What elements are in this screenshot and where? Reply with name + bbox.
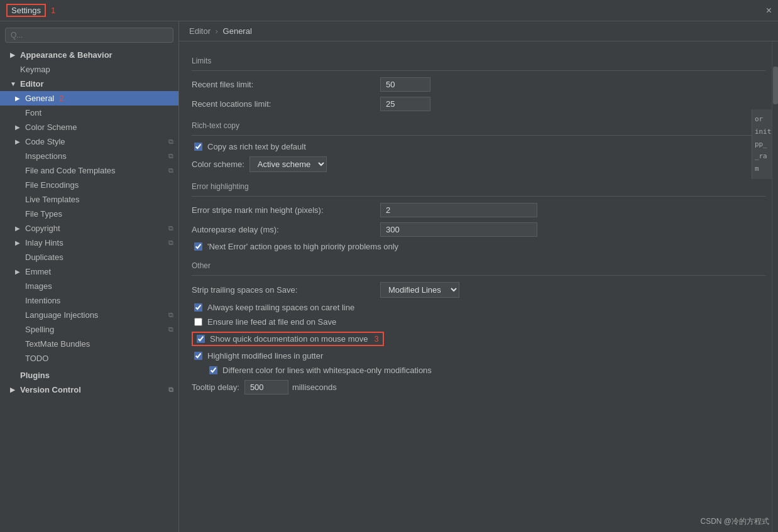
copy-icon: ⧉ <box>168 224 173 232</box>
ensure-line-feed-checkbox[interactable] <box>194 318 202 326</box>
sidebar-item-label: General <box>25 94 54 103</box>
color-scheme-row: Color scheme: Active scheme Default Darc… <box>192 156 765 172</box>
tooltip-delay-label: Tooltip delay: <box>192 383 239 392</box>
autoreparse-label: Autoreparse delay (ms): <box>192 225 380 234</box>
sidebar-item-todo[interactable]: TODO <box>0 351 178 366</box>
highlight-modified-row: Highlight modified lines in gutter <box>192 351 765 361</box>
sidebar-item-inspections[interactable]: Inspections ⧉ <box>0 149 178 163</box>
sidebar-item-plugins[interactable]: Plugins <box>0 368 178 383</box>
copy-icon: ⧉ <box>168 239 173 247</box>
sidebar-item-spelling[interactable]: Spelling ⧉ <box>0 322 178 337</box>
sidebar-item-label: Emmet <box>25 267 51 276</box>
stripe-mark-input[interactable] <box>380 203 537 217</box>
autoreparse-row: Autoreparse delay (ms): <box>192 222 765 237</box>
breadcrumb-separator: › <box>216 26 218 36</box>
annotation-2: 2 <box>59 94 63 103</box>
copy-rich-text-checkbox[interactable] <box>194 143 202 151</box>
annotation-3: 3 <box>374 334 378 344</box>
settings-dialog: Settings 1 × ▶ Appearance & Behavior Key… <box>0 0 778 532</box>
sidebar-item-label: Inlay Hints <box>25 238 63 247</box>
breadcrumb: Editor › General <box>179 21 778 41</box>
different-color-label: Different color for lines with whitespac… <box>222 366 432 375</box>
next-error-row: 'Next Error' action goes to high priorit… <box>192 242 765 251</box>
expand-icon <box>15 196 23 203</box>
tooltip-delay-row: Tooltip delay: milliseconds <box>192 380 765 394</box>
expand-icon <box>15 297 23 304</box>
sidebar-item-copyright[interactable]: ▶ Copyright ⧉ <box>0 221 178 236</box>
copy-icon: ⧉ <box>168 386 173 394</box>
stripe-mark-row: Error stripe mark min height (pixels): <box>192 203 765 217</box>
tooltip-delay-input[interactable] <box>244 380 288 394</box>
expand-icon <box>15 355 23 362</box>
sidebar-item-images[interactable]: Images <box>0 279 178 293</box>
dialog-title: Settings <box>6 4 46 17</box>
limits-divider <box>192 70 765 71</box>
next-error-checkbox[interactable] <box>194 242 202 251</box>
show-quick-doc-checkbox[interactable] <box>197 335 205 343</box>
recent-files-input[interactable] <box>380 77 430 92</box>
sidebar-item-code-style[interactable]: ▶ Code Style ⧉ <box>0 134 178 149</box>
sidebar-item-intentions[interactable]: Intentions <box>0 293 178 308</box>
expand-icon: ▶ <box>15 239 23 246</box>
expand-icon: ▶ <box>10 52 18 58</box>
sidebar: ▶ Appearance & Behavior Keymap ▼ Editor … <box>0 21 179 532</box>
sidebar-item-version-control[interactable]: ▶ Version Control ⧉ <box>0 383 178 397</box>
search-input[interactable] <box>5 28 173 43</box>
breadcrumb-general: General <box>223 26 252 36</box>
sidebar-item-general[interactable]: ▶ General 2 <box>0 91 178 106</box>
expand-icon: ▶ <box>15 225 23 232</box>
sidebar-item-file-types[interactable]: File Types <box>0 207 178 221</box>
strip-trailing-select[interactable]: Modified Lines All None Changed Lines <box>380 282 459 298</box>
expand-icon: ▶ <box>15 268 23 275</box>
always-keep-trailing-checkbox[interactable] <box>194 303 202 312</box>
csdn-watermark: CSDN @冷的方程式 <box>700 516 769 527</box>
error-highlighting-divider <box>192 196 765 197</box>
ensure-line-feed-row: Ensure line feed at file end on Save <box>192 317 765 327</box>
sidebar-item-file-code-templates[interactable]: File and Code Templates ⧉ <box>0 163 178 178</box>
expand-icon <box>15 182 23 188</box>
sidebar-item-inlay-hints[interactable]: ▶ Inlay Hints ⧉ <box>0 236 178 250</box>
sidebar-item-file-encodings[interactable]: File Encodings <box>0 178 178 192</box>
sidebar-item-textmate-bundles[interactable]: TextMate Bundles <box>0 337 178 351</box>
expand-icon: ▶ <box>15 95 23 102</box>
sidebar-item-keymap[interactable]: Keymap <box>0 62 178 77</box>
color-scheme-select[interactable]: Active scheme Default Darcula <box>249 156 327 172</box>
sidebar-item-label: Spelling <box>25 325 54 334</box>
close-button[interactable]: × <box>766 5 772 16</box>
sidebar-item-editor[interactable]: ▼ Editor <box>0 77 178 91</box>
sidebar-item-label: Images <box>25 281 52 291</box>
scrollbar-track[interactable] <box>772 41 778 532</box>
expand-icon: ▶ <box>15 124 23 131</box>
autoreparse-input[interactable] <box>380 222 537 237</box>
highlight-modified-checkbox[interactable] <box>194 352 202 360</box>
copy-icon: ⧉ <box>168 152 173 160</box>
sidebar-item-label: Keymap <box>20 65 50 74</box>
expand-icon <box>15 109 23 116</box>
recent-locations-label: Recent locations limit: <box>192 99 380 109</box>
sidebar-item-font[interactable]: Font <box>0 106 178 120</box>
recent-locations-input[interactable] <box>380 97 430 111</box>
scrollbar-thumb[interactable] <box>773 67 778 104</box>
sidebar-item-label: Font <box>25 108 41 117</box>
rich-text-header: Rich-text copy <box>192 121 765 130</box>
sidebar-item-label: File and Code Templates <box>25 166 116 175</box>
copy-icon: ⧉ <box>168 311 173 319</box>
sidebar-item-label: Intentions <box>25 296 60 305</box>
sidebar-item-label: Version Control <box>20 385 81 394</box>
annotation-1: 1 <box>51 6 55 15</box>
sidebar-item-live-templates[interactable]: Live Templates <box>0 192 178 207</box>
recent-files-label: Recent files limit: <box>192 80 380 89</box>
color-scheme-label: Color scheme: <box>192 160 244 169</box>
next-error-label: 'Next Error' action goes to high priorit… <box>207 242 398 251</box>
breadcrumb-editor: Editor <box>189 26 211 36</box>
sidebar-item-appearance[interactable]: ▶ Appearance & Behavior <box>0 48 178 62</box>
expand-icon <box>10 372 18 379</box>
sidebar-item-emmet[interactable]: ▶ Emmet <box>0 264 178 279</box>
sidebar-item-label: Editor <box>20 79 44 89</box>
sidebar-item-language-injections[interactable]: Language Injections ⧉ <box>0 308 178 322</box>
sidebar-item-duplicates[interactable]: Duplicates <box>0 250 178 264</box>
sidebar-item-label: TODO <box>25 354 48 363</box>
different-color-checkbox[interactable] <box>209 366 217 374</box>
expand-icon <box>15 167 23 174</box>
sidebar-item-color-scheme[interactable]: ▶ Color Scheme <box>0 120 178 134</box>
